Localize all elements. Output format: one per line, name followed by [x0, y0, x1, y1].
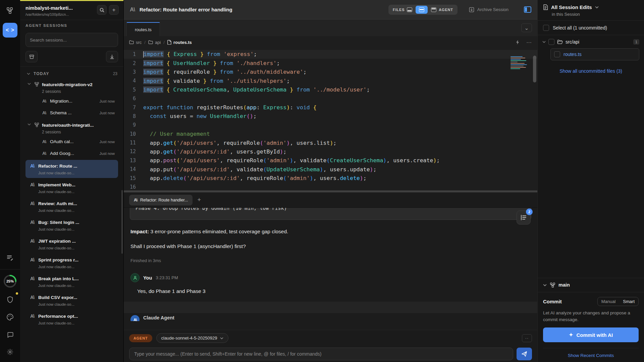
sidebar-scrollbar[interactable]: [121, 190, 123, 254]
code-text: export function registerRoutes(app: Expr…: [143, 104, 317, 111]
chat-tabbar: A\ Refactor: Route handler... +: [124, 192, 537, 208]
settings-gear-icon[interactable]: [3, 345, 17, 359]
new-session-button[interactable]: +: [109, 5, 119, 15]
claude-logo-icon: A\: [30, 182, 34, 194]
model-selector[interactable]: claude-sonnet-4-5-20250929: [156, 333, 229, 343]
layout-agent-segment[interactable]: AGENT: [428, 6, 457, 14]
code-text: const users = new UserHandler();: [143, 113, 257, 119]
line-number: 7: [124, 105, 143, 111]
session-item[interactable]: A\Break plan into L...Just now claude-so…: [25, 273, 118, 291]
code-line[interactable]: 14 app.put('/api/users/:id', validate(Up…: [124, 165, 537, 174]
split-view-icon: [419, 7, 424, 12]
session-list: TODAY 23 feature/db-migration-v22 sessio…: [20, 66, 123, 362]
code-text: app.post('/api/users', requireRole('admi…: [143, 157, 440, 164]
code-line[interactable]: 2import { UserHandler } from './handlers…: [124, 59, 537, 67]
code-line[interactable]: 15 app.delete('/api/users/:id', requireR…: [124, 174, 537, 182]
session-item[interactable]: A\Build CSV expor...Just now claude-so..…: [25, 291, 118, 309]
lightning-icon[interactable]: [516, 40, 520, 45]
session-item-selected[interactable]: A\Refactor: Route ...Just now claude-so.…: [25, 160, 118, 178]
feedback-chat-icon[interactable]: [3, 328, 17, 341]
editor-tab-routes[interactable]: routes.ts: [126, 22, 160, 36]
session-item[interactable]: A\Schema ...Just now: [20, 107, 123, 119]
code-line[interactable]: 16: [124, 183, 537, 191]
session-item[interactable]: A\JWT expiration ...Just now claude-so..…: [25, 235, 118, 253]
chat-tab-refactor[interactable]: A\ Refactor: Route handler...: [129, 195, 193, 205]
chevron-down-icon: [543, 284, 547, 286]
session-item[interactable]: A\Implement Web...Just now claude-so...: [25, 179, 118, 197]
code-line[interactable]: 4import { validate } from '../utils/help…: [124, 76, 537, 85]
layout-split-segment[interactable]: [416, 6, 428, 14]
new-chat-tab-button[interactable]: +: [197, 196, 201, 203]
minimap[interactable]: [511, 56, 528, 72]
select-all-label: Select all (1 uncommitted): [553, 25, 607, 31]
session-title: Refactor: Route handler error handling: [140, 7, 232, 12]
session-item[interactable]: A\Add Goog...Just now: [20, 147, 123, 159]
code-line[interactable]: 1import { Express } from 'express';: [124, 50, 537, 59]
code-line[interactable]: 3import { requireRole } from '../auth/mi…: [124, 68, 537, 76]
line-number: 3: [124, 69, 143, 75]
session-search[interactable]: [25, 33, 118, 47]
changed-folder-row[interactable]: src/api 1: [538, 35, 644, 47]
code-line[interactable]: 12 app.get('/api/users/:id', users.getBy…: [124, 147, 537, 156]
session-group-today[interactable]: TODAY 23: [20, 69, 123, 78]
select-all-checkbox[interactable]: [543, 25, 549, 31]
session-item[interactable]: A\OAuth cal...Just now: [20, 136, 123, 147]
archive-icon: [29, 54, 34, 59]
session-item[interactable]: A\Review: Auth mi...Just now claude-so..…: [25, 197, 118, 216]
message-input[interactable]: [129, 348, 513, 360]
show-all-files-link[interactable]: Show all uncommitted files (3): [538, 68, 644, 74]
branch-group-row[interactable]: feature/db-migration-v22 sessions: [20, 78, 123, 95]
layout-files-segment[interactable]: FILES: [389, 6, 416, 14]
sort-download-button[interactable]: [106, 51, 118, 62]
session-item[interactable]: A\Sprint progress r...Just now claude-so…: [25, 254, 118, 272]
user-message: You 3:23:31 PM Yes, do Phase 1 and Phase…: [130, 273, 531, 294]
commit-with-ai-button[interactable]: ✦ Commit with AI: [543, 327, 639, 342]
session-search-input[interactable]: [30, 38, 114, 43]
branch-group-row[interactable]: feature/oauth-integrati...2 sessions: [20, 119, 123, 136]
code-line[interactable]: 10 // User management: [124, 130, 537, 138]
show-recent-commits-link[interactable]: Show Recent Commits: [543, 348, 639, 362]
usage-progress-label: 25%: [3, 274, 17, 288]
folder-checkbox[interactable]: [548, 39, 554, 45]
search-button[interactable]: [97, 5, 107, 15]
icon-rail: < > 25%: [0, 0, 20, 362]
edit-list-icon[interactable]: [3, 251, 17, 264]
code-line[interactable]: 13 app.post('/api/users', requireRole('a…: [124, 156, 537, 165]
breadcrumb-file[interactable]: routes.ts: [167, 40, 192, 45]
right-panel-toggle-icon[interactable]: [524, 6, 531, 13]
code-editor[interactable]: 1import { Express } from 'express';2impo…: [124, 48, 537, 192]
session-meta: Just now claude-so...: [38, 208, 77, 213]
breadcrumb-src[interactable]: src: [129, 40, 142, 45]
changed-file-row[interactable]: routes.ts: [550, 48, 639, 60]
code-line[interactable]: 6: [124, 94, 537, 103]
code-line[interactable]: 8 const users = new UserHandler();: [124, 112, 537, 121]
commit-mode-smart[interactable]: Smart: [619, 297, 638, 306]
branch-row[interactable]: main: [538, 278, 644, 292]
send-button[interactable]: [517, 348, 532, 360]
sidebar-section-title: AGENT SESSIONS: [20, 20, 123, 30]
code-workspace-button[interactable]: < >: [3, 23, 17, 38]
editor-scrollbar[interactable]: [533, 56, 536, 82]
session-item[interactable]: A\Bug: Silent login ...Just now claude-s…: [25, 216, 118, 234]
more-actions-icon[interactable]: ⋯: [526, 39, 532, 46]
archive-session-button[interactable]: Archive Session: [469, 7, 508, 12]
file-checkbox[interactable]: [554, 51, 560, 57]
code-line[interactable]: 5import { CreateUserSchema, UpdateUserSc…: [124, 85, 537, 94]
archive-filter-button[interactable]: [25, 51, 38, 62]
session-item[interactable]: A\Performance opt...Just now claude-so..…: [25, 310, 118, 328]
breadcrumb-api[interactable]: api: [148, 40, 161, 45]
outline-toggle-button[interactable]: 2: [517, 210, 531, 225]
commit-mode-manual[interactable]: Manual: [598, 297, 620, 306]
workflow-icon[interactable]: [3, 4, 17, 17]
tab-list-dropdown[interactable]: ⌄: [521, 23, 532, 32]
session-item[interactable]: A\Migration...Just now: [20, 95, 123, 107]
edits-scope-dropdown[interactable]: All Session Edits: [543, 4, 639, 10]
code-line[interactable]: 11 app.get('/api/users', requireRole('ad…: [124, 138, 537, 147]
code-line[interactable]: 9: [124, 121, 537, 129]
code-line[interactable]: 7export function registerRoutes(app: Exp…: [124, 103, 537, 112]
more-options-button[interactable]: ··: [522, 334, 532, 342]
usage-progress-ring[interactable]: 25%: [3, 274, 17, 288]
palette-icon[interactable]: [3, 310, 17, 324]
branch-name: feature/oauth-integrati...: [42, 123, 94, 128]
shield-icon[interactable]: [3, 293, 17, 306]
